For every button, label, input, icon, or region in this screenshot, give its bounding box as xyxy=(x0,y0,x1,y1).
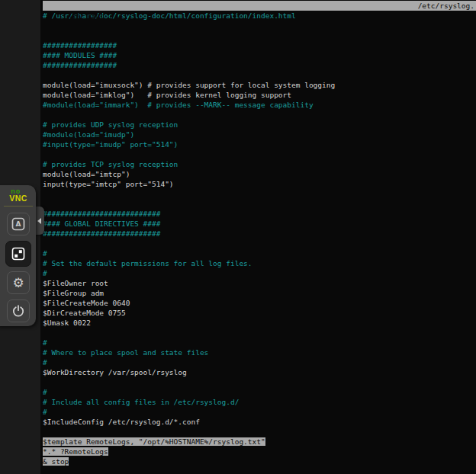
power-icon xyxy=(11,304,25,318)
buffer-line: $template RemoteLogs, "/opt/%HOSTNAME%/r… xyxy=(43,437,476,447)
buffer-line xyxy=(43,21,476,30)
buffer-line: # xyxy=(43,357,476,367)
buffer-line: $FileCreateMode 0640 xyxy=(43,298,476,308)
buffer-line: module(load="imuxsock") # provides suppo… xyxy=(43,80,476,90)
buffer-line xyxy=(43,199,476,209)
buffer-line: #input(type="imudp" port="514") xyxy=(43,139,476,149)
gear-icon: ⚙ xyxy=(12,277,24,290)
buffer-line: $FileOwner root xyxy=(43,278,476,288)
buffer-line: #### GLOBAL DIRECTIVES #### xyxy=(43,219,476,229)
buffer-line: # provides TCP syslog reception xyxy=(43,159,476,169)
buffer-line: $WorkDirectory /var/spool/rsyslog xyxy=(43,367,476,377)
buffer-line xyxy=(43,427,476,437)
buffer-line: # xyxy=(43,268,476,278)
buffer-line: #module(load="imudp") xyxy=(43,130,476,139)
buffer-line: # Set the default permissions for all lo… xyxy=(43,258,476,268)
buffer-line xyxy=(43,377,476,387)
panel-separator xyxy=(4,206,33,207)
nano-version-label: GNU nano 7.2 xyxy=(60,11,122,20)
buffer-line: $IncludeConfig /etc/rsyslog.d/*.conf xyxy=(43,417,476,427)
buffer-line: ########################### xyxy=(43,209,476,219)
novnc-control-panel: no VNC A ⚙ xyxy=(0,185,36,326)
buffer-line: ########################### xyxy=(43,229,476,239)
svg-text:A: A xyxy=(16,220,21,228)
buffer-line: # provides UDP syslog reception xyxy=(43,120,476,130)
buffer-line xyxy=(43,30,476,40)
buffer-line: # xyxy=(43,387,476,397)
buffer-line xyxy=(43,189,476,199)
buffer-line: #module(load="immark") # provides --MARK… xyxy=(43,100,476,110)
fullscreen-button[interactable] xyxy=(5,241,31,267)
buffer-line: ################# xyxy=(43,60,476,70)
buffer-line: $DirCreateMode 0755 xyxy=(43,308,476,318)
chevron-left-icon xyxy=(37,218,41,224)
disconnect-button[interactable] xyxy=(7,299,30,322)
buffer-line xyxy=(43,149,476,159)
buffer-line: $Umask 0022 xyxy=(43,318,476,328)
nano-titlebar: GNU nano 7.2 /etc/rsyslog. xyxy=(43,1,476,11)
extra-keys-button[interactable]: A xyxy=(7,213,30,235)
buffer-line: # Where to place spool and state files xyxy=(43,347,476,357)
buffer-line xyxy=(43,110,476,120)
buffer-line xyxy=(43,70,476,80)
buffer-line: # xyxy=(43,338,476,347)
buffer-line: # Include all config files in /etc/rsysl… xyxy=(43,397,476,407)
terminal-window: GNU nano 7.2 /etc/rsyslog. # /usr/share/… xyxy=(40,0,476,474)
nano-filename-label: /etc/rsyslog. xyxy=(418,1,474,11)
novnc-logo-vnc: VNC xyxy=(9,195,27,202)
novnc-logo: no VNC xyxy=(9,188,27,202)
buffer-line: $FileGroup adm xyxy=(43,288,476,298)
buffer-line: #### MODULES #### xyxy=(43,50,476,60)
settings-button[interactable]: ⚙ xyxy=(7,271,30,294)
buffer-line: module(load="imklog") # provides kernel … xyxy=(43,90,476,100)
buffer-line: input(type="imtcp" port="514") xyxy=(43,179,476,189)
buffer-line xyxy=(43,328,476,338)
nano-edit-buffer[interactable]: # /usr/share/doc/rsyslog-doc/html/config… xyxy=(43,11,476,466)
buffer-line: ################# xyxy=(43,40,476,50)
buffer-line: & stop xyxy=(43,456,476,466)
buffer-line xyxy=(43,239,476,248)
fullscreen-icon xyxy=(11,246,26,261)
buffer-line: *.* ?RemoteLogs xyxy=(43,447,476,456)
keycap-a-icon: A xyxy=(11,216,26,232)
buffer-line: # xyxy=(43,248,476,258)
buffer-line: module(load="imtcp") xyxy=(43,169,476,179)
buffer-line: # xyxy=(43,407,476,417)
